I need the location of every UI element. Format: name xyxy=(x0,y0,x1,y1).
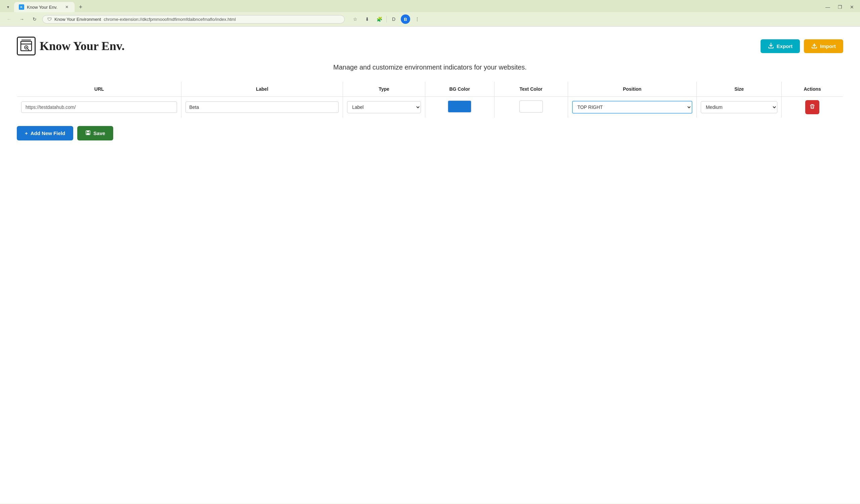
menu-button[interactable]: ⋮ xyxy=(412,14,422,24)
svg-point-3 xyxy=(26,47,27,48)
url-text: chrome-extension://dkcfpmmooofmdfimomfda… xyxy=(104,17,236,22)
table-header-row: URL Label Type BG Color Text Color Posit… xyxy=(17,82,843,97)
browser-chrome: ▾ K Know Your Env. ✕ + — ❐ ✕ ← → ↻ 🛡 Kno… xyxy=(0,0,860,27)
extensions-button[interactable]: 🧩 xyxy=(374,14,384,24)
col-header-label: Label xyxy=(182,82,343,97)
add-field-label: Add New Field xyxy=(31,130,65,136)
tab-close-button[interactable]: ✕ xyxy=(64,4,70,10)
reload-button[interactable]: ↻ xyxy=(30,14,40,24)
tab-title: Know Your Env. xyxy=(27,5,57,10)
chevron-down-icon: ▾ xyxy=(7,5,9,10)
forward-button[interactable]: → xyxy=(17,14,27,24)
text-color-swatch[interactable] xyxy=(519,100,543,113)
label-input[interactable] xyxy=(185,101,339,113)
svg-line-4 xyxy=(28,49,29,50)
svg-rect-7 xyxy=(87,133,89,135)
logo-text: Know Your Env. xyxy=(40,39,125,53)
save-button[interactable]: Save xyxy=(77,126,113,141)
subtitle: Manage and customize environment indicat… xyxy=(17,63,843,71)
export-button[interactable]: Export xyxy=(761,39,800,53)
import-icon xyxy=(811,43,817,50)
size-cell: Small Medium Large xyxy=(697,97,782,118)
site-name: Know Your Environment xyxy=(54,17,101,22)
type-cell: Label Banner Badge xyxy=(343,97,425,118)
table-row: Label Banner Badge TOP RIGHT TOP LEFT BO… xyxy=(17,97,843,118)
col-header-actions: Actions xyxy=(782,82,843,97)
import-button[interactable]: Import xyxy=(804,39,843,53)
plus-icon: + xyxy=(25,130,28,136)
address-bar[interactable]: 🛡 Know Your Environment chrome-extension… xyxy=(42,15,345,24)
download-button[interactable]: ⬇ xyxy=(362,14,372,24)
env-table: URL Label Type BG Color Text Color Posit… xyxy=(17,81,843,118)
app-logo: Know Your Env. xyxy=(17,37,125,55)
size-select[interactable]: Small Medium Large xyxy=(701,101,777,113)
add-field-button[interactable]: + Add New Field xyxy=(17,126,73,141)
new-tab-button[interactable]: + xyxy=(76,2,85,12)
toolbar-divider xyxy=(386,16,387,23)
text-color-cell xyxy=(494,97,568,118)
col-header-type: Type xyxy=(343,82,425,97)
lock-icon: 🛡 xyxy=(47,17,52,22)
export-icon xyxy=(768,43,774,50)
col-header-bg-color: BG Color xyxy=(425,82,494,97)
bg-color-cell xyxy=(425,97,494,118)
col-header-size: Size xyxy=(697,82,782,97)
trash-icon xyxy=(809,104,815,111)
active-tab[interactable]: K Know Your Env. ✕ xyxy=(14,2,75,12)
dashlane-button[interactable]: D xyxy=(389,14,399,24)
label-cell xyxy=(182,97,343,118)
address-bar-row: ← → ↻ 🛡 Know Your Environment chrome-ext… xyxy=(0,12,860,26)
profile-button[interactable]: B xyxy=(401,14,410,24)
tab-dropdown-btn[interactable]: ▾ xyxy=(3,2,13,12)
header-buttons: Export Import xyxy=(761,39,843,53)
col-header-text-color: Text Color xyxy=(494,82,568,97)
toolbar-right: ☆ ⬇ 🧩 D B ⋮ xyxy=(350,14,422,24)
minimize-button[interactable]: — xyxy=(823,2,832,12)
app-header: Know Your Env. Export Import xyxy=(17,37,843,55)
back-button[interactable]: ← xyxy=(4,14,14,24)
url-input[interactable] xyxy=(21,101,177,113)
bookmark-button[interactable]: ☆ xyxy=(350,14,360,24)
import-label: Import xyxy=(820,43,836,49)
save-icon xyxy=(85,130,91,136)
window-controls: — ❐ ✕ xyxy=(823,2,857,12)
bottom-buttons: + Add New Field Save xyxy=(17,126,843,141)
position-select[interactable]: TOP RIGHT TOP LEFT BOTTOM RIGHT BOTTOM L… xyxy=(572,101,692,114)
delete-button[interactable] xyxy=(805,100,819,114)
close-button[interactable]: ✕ xyxy=(847,2,857,12)
svg-rect-6 xyxy=(87,131,89,132)
page-content: Know Your Env. Export Import Manage and … xyxy=(0,27,860,504)
col-header-position: Position xyxy=(568,82,697,97)
export-label: Export xyxy=(777,43,793,49)
restore-button[interactable]: ❐ xyxy=(835,2,845,12)
url-cell xyxy=(17,97,182,118)
position-cell: TOP RIGHT TOP LEFT BOTTOM RIGHT BOTTOM L… xyxy=(568,97,697,118)
logo-icon xyxy=(17,37,35,55)
bg-color-swatch[interactable] xyxy=(448,100,471,113)
col-header-url: URL xyxy=(17,82,182,97)
tab-bar: ▾ K Know Your Env. ✕ + — ❐ ✕ xyxy=(0,0,860,12)
type-select[interactable]: Label Banner Badge xyxy=(347,101,421,113)
tab-favicon: K xyxy=(19,4,24,10)
actions-cell xyxy=(782,97,843,118)
save-label: Save xyxy=(94,130,105,136)
